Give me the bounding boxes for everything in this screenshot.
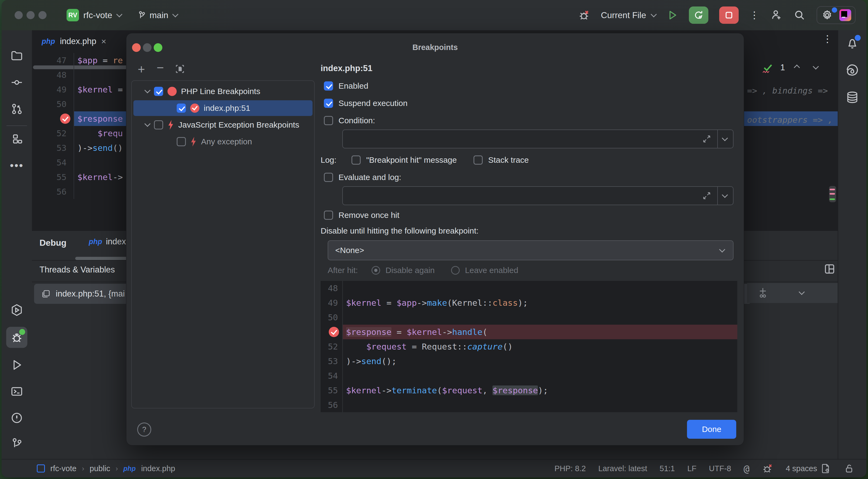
tree-item-js-exception-breakpoints[interactable]: JavaScript Exception Breakpoints [133, 117, 312, 133]
error-stripe-mark[interactable] [830, 193, 835, 195]
code-line-49[interactable]: 49$kernel = $app->make(Kernel::class); [321, 296, 737, 310]
layout-settings-icon[interactable] [824, 263, 836, 275]
project-tool-icon[interactable] [10, 49, 23, 63]
suspend-row[interactable]: Suspend execution [324, 99, 407, 108]
debug-tool-icon-active[interactable] [6, 327, 27, 348]
checkbox-unchecked[interactable] [473, 156, 483, 165]
window-zoom-button[interactable] [38, 11, 46, 19]
unlock-icon[interactable] [844, 463, 855, 474]
checkbox-unchecked[interactable] [324, 211, 333, 220]
tree-item-indexphp51-selected[interactable]: index.php:51 [133, 100, 312, 116]
checkbox-checked[interactable] [324, 81, 333, 91]
remove-once-row[interactable]: Remove once hit [324, 211, 399, 220]
stop-button[interactable] [719, 6, 739, 24]
checkbox-checked[interactable] [154, 87, 163, 96]
chevron-down-icon[interactable] [145, 121, 151, 127]
mute-breakpoints-icon[interactable] [762, 463, 773, 474]
services-tool-icon[interactable] [10, 303, 24, 317]
add-breakpoint-icon[interactable]: + [138, 62, 145, 76]
cut-frame-icon[interactable] [758, 287, 770, 299]
structure-tool-icon[interactable] [10, 133, 23, 146]
pull-requests-tool-icon[interactable] [10, 102, 23, 115]
breakpoint-icon[interactable] [60, 113, 70, 124]
tree-item-php-line-breakpoints[interactable]: PHP Line Breakpoints [133, 83, 312, 99]
more-actions-icon[interactable]: ⋮ [749, 12, 759, 18]
problems-tool-icon[interactable] [10, 411, 23, 424]
expand-editor-icon[interactable] [702, 134, 711, 143]
breadcrumb[interactable]: rfc-vote › public › php index.php [37, 464, 175, 473]
annotations-icon[interactable]: @ [744, 463, 749, 474]
checkbox-unchecked[interactable] [351, 156, 361, 165]
chevron-down-icon[interactable] [145, 87, 151, 94]
done-button[interactable]: Done [687, 420, 736, 439]
radio-leave-enabled[interactable] [451, 266, 460, 275]
expand-editor-icon[interactable] [702, 191, 711, 200]
editor-options-icon[interactable]: ⋮ [823, 36, 832, 42]
code-line-53[interactable]: 53)->send(); [321, 354, 737, 369]
group-breakpoints-icon[interactable] [175, 64, 185, 74]
search-everywhere-icon[interactable] [793, 9, 806, 21]
code-line-56[interactable]: 56 [321, 398, 737, 412]
line-separator-widget[interactable]: LF [687, 464, 696, 473]
commit-tool-icon[interactable] [10, 76, 23, 89]
enabled-row[interactable]: Enabled [324, 81, 368, 91]
tree-item-any-exception[interactable]: Any exception [133, 134, 312, 149]
disable-until-select[interactable]: <None> [328, 240, 734, 260]
help-button[interactable]: ? [137, 422, 151, 437]
window-close-button[interactable] [14, 11, 23, 19]
chevron-down-icon[interactable] [799, 289, 805, 295]
checkbox-unchecked[interactable] [324, 116, 333, 125]
jetbrains-ai-logo[interactable] [839, 9, 851, 21]
code-line-50[interactable]: 50 [321, 310, 737, 324]
radio-disable-again-selected[interactable] [372, 266, 380, 275]
mute-breakpoints-icon[interactable] [578, 9, 590, 21]
checkbox-unchecked[interactable] [154, 120, 163, 130]
run-configuration-selector[interactable]: Current File [601, 10, 656, 20]
run-tool-icon[interactable] [10, 358, 23, 371]
window-minimize-button[interactable] [27, 11, 35, 19]
code-line-48[interactable]: 48 [321, 281, 737, 296]
chevron-down-icon[interactable] [173, 11, 179, 18]
chevron-down-icon[interactable] [116, 11, 122, 18]
close-tab-icon[interactable]: × [101, 36, 106, 46]
caret-position-widget[interactable]: 51:1 [660, 464, 675, 473]
error-stripe-mark[interactable] [830, 189, 835, 190]
error-stripe-mark[interactable] [830, 198, 835, 200]
next-problem-icon[interactable] [813, 64, 819, 70]
breakpoint-icon[interactable] [329, 327, 339, 337]
code-line-54[interactable]: 54 [321, 369, 737, 383]
run-button[interactable] [667, 9, 678, 21]
remove-breakpoint-icon[interactable]: − [157, 60, 164, 75]
tab-threads-variables[interactable]: Threads & Variables [39, 265, 115, 275]
condition-input[interactable] [342, 130, 734, 148]
evaluate-input[interactable] [342, 186, 734, 205]
inspection-widget[interactable]: 1 [763, 62, 818, 73]
version-control-tool-icon[interactable] [10, 437, 23, 450]
debug-session-tab[interactable]: php index. [89, 237, 128, 246]
database-tool-icon[interactable] [845, 91, 859, 104]
ai-assistant-icon[interactable] [845, 64, 859, 77]
editor-tab-indexphp[interactable]: php index.php × [37, 30, 111, 53]
laravel-widget[interactable]: Laravel: latest [598, 464, 647, 473]
code-line-52[interactable]: 52 $request = Request::capture() [321, 339, 737, 354]
more-tool-windows-icon[interactable]: ••• [10, 160, 24, 172]
checkbox-checked[interactable] [177, 104, 186, 113]
encoding-widget[interactable]: UTF-8 [709, 464, 731, 473]
code-line-55[interactable]: 55$kernel->terminate($request, $response… [321, 383, 737, 398]
notifications-bell-icon[interactable] [845, 36, 859, 50]
code-with-me-icon[interactable] [770, 9, 782, 21]
indent-widget[interactable]: 4 spaces [786, 463, 831, 474]
branch-selector[interactable]: main [150, 10, 168, 20]
code-line-51[interactable]: $response = $kernel->handle( [321, 324, 737, 339]
evaluate-row[interactable]: Evaluate and log: [324, 173, 401, 182]
prev-problem-icon[interactable] [794, 65, 800, 71]
rerun-debug-button[interactable] [689, 6, 708, 24]
checkbox-unchecked[interactable] [324, 173, 333, 182]
checkbox-unchecked[interactable] [177, 137, 186, 146]
checkbox-checked[interactable] [324, 99, 333, 108]
condition-row[interactable]: Condition: [324, 116, 375, 125]
php-version-widget[interactable]: PHP: 8.2 [554, 464, 586, 473]
settings-gear-icon[interactable] [821, 9, 833, 21]
history-chevron-icon[interactable] [722, 135, 728, 141]
project-selector[interactable]: rfc-vote [83, 10, 112, 20]
